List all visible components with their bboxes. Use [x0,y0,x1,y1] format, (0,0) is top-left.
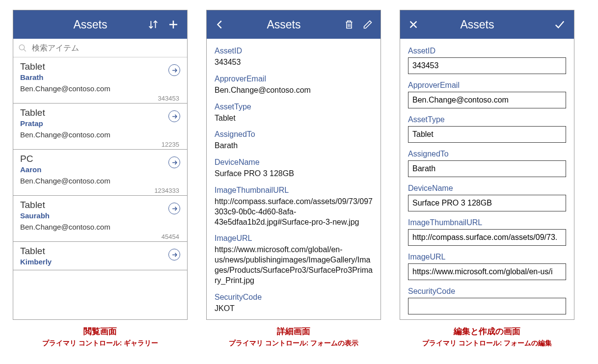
edit-caption: 編集と作成の画面 プライマリ コントロール: フォームの編集 [422,326,552,348]
display-field: AssignedToBarath [215,130,373,151]
field-input[interactable] [408,229,566,246]
field-label: SecurityCode [408,287,566,296]
arrow-right-icon[interactable] [168,156,180,168]
field-label: ImageURL [215,234,373,243]
edit-field: AssetID [408,47,566,74]
display-field: ImageThumbnailURLhttp://compass.surface.… [215,186,373,227]
display-field: DeviceNameSurface PRO 3 128GB [215,158,373,179]
field-label: AssetID [215,47,373,55]
field-label: AssignedTo [408,150,566,158]
display-field: ApproverEmailBen.Change@contoso.com [215,75,373,96]
field-input[interactable] [408,195,566,211]
item-email: Ben.Change@contoso.com [20,223,180,231]
browse-title: Assets [41,18,140,31]
item-assigned: Saurabh [20,211,180,220]
field-label: AssetType [408,115,566,124]
field-label: AssetID [408,47,566,55]
field-input[interactable] [408,57,566,74]
field-input[interactable] [408,92,566,108]
field-input[interactable] [408,160,566,177]
edit-caption-title: 編集と作成の画面 [422,326,552,337]
browse-header: Assets [13,10,187,39]
edit-icon[interactable] [363,20,373,29]
detail-header: Assets [207,10,381,39]
item-email: Ben.Change@contoso.com [20,130,180,139]
field-label: ImageURL [408,253,566,261]
item-email: Ben.Change@contoso.com [20,84,180,93]
item-assigned: Barath [20,73,180,81]
edit-field: SecurityCode [408,287,566,314]
svg-point-0 [19,45,25,50]
item-title: Tablet [20,107,180,118]
detail-screen: Assets AssetID343453ApproverEmailBen.Cha… [206,10,381,320]
edit-screen: Assets AssetIDApproverEmailAssetTypeAssi… [400,10,574,320]
item-assigned: Kimberly [20,258,180,266]
field-label: ImageThumbnailURL [408,218,566,227]
arrow-right-icon[interactable] [168,64,180,76]
field-label: AssignedTo [215,130,373,139]
search-input[interactable] [31,43,182,53]
item-title: PC [20,154,180,164]
edit-title: Assets [428,18,527,31]
search-row[interactable] [13,39,187,57]
edit-field: ImageURL [408,253,566,280]
item-title: Tablet [20,246,180,257]
field-label: ApproverEmail [408,81,566,90]
item-assigned: Pratap [20,119,180,128]
arrow-right-icon[interactable] [168,249,180,260]
field-value: Ben.Change@contoso.com [215,85,373,96]
browse-caption-title: 閲覧画面 [42,326,158,337]
gallery-item[interactable]: PCAaronBen.Change@contoso.com1234333 [13,150,187,196]
field-label: ImageThumbnailURL [215,186,373,195]
field-value: 343453 [215,57,373,68]
item-assigned: Aaron [20,165,180,174]
edit-caption-sub: プライマリ コントロール: フォームの編集 [422,339,552,348]
detail-screen-column: Assets AssetID343453ApproverEmailBen.Cha… [206,10,381,348]
detail-caption: 詳細画面 プライマリ コントロール: フォームの表示 [229,326,358,348]
sort-icon[interactable] [148,19,159,30]
field-input[interactable] [408,298,566,314]
field-value: Tablet [215,113,373,124]
edit-screen-column: Assets AssetIDApproverEmailAssetTypeAssi… [400,10,574,348]
gallery-item[interactable]: TabletPratapBen.Change@contoso.com12235 [13,104,187,150]
display-field: AssetID343453 [215,47,373,68]
gallery[interactable]: TabletBarathBen.Change@contoso.com343453… [13,57,187,319]
gallery-item[interactable]: TabletKimberly [13,242,187,270]
field-label: SecurityCode [215,293,373,302]
arrow-right-icon[interactable] [168,110,180,122]
browse-caption-sub: プライマリ コントロール: ギャラリー [42,339,158,348]
detail-title: Assets [234,18,333,31]
field-value: Surface PRO 3 128GB [215,169,373,179]
cancel-icon[interactable] [408,19,419,30]
item-id: 1234333 [20,187,180,194]
field-value: JKOT [215,304,373,314]
edit-field: AssignedTo [408,150,566,177]
delete-icon[interactable] [344,19,354,30]
browse-caption: 閲覧画面 プライマリ コントロール: ギャラリー [42,326,158,348]
gallery-item[interactable]: TabletSaurabhBen.Change@contoso.com45454 [13,196,187,242]
field-label: DeviceName [408,184,566,193]
edit-field: ImageThumbnailURL [408,218,566,246]
browse-screen-column: Assets [13,10,188,348]
display-field: AssetTypeTablet [215,103,373,124]
back-icon[interactable] [215,19,225,30]
browse-screen: Assets [13,10,188,320]
submit-icon[interactable] [553,19,566,30]
detail-caption-sub: プライマリ コントロール: フォームの表示 [229,339,358,348]
gallery-item[interactable]: TabletBarathBen.Change@contoso.com343453 [13,57,187,104]
display-field: ImageURLhttps://www.microsoft.com/global… [215,234,373,286]
field-input[interactable] [408,126,566,143]
field-value: https://www.microsoft.com/global/en-us/n… [215,245,373,286]
display-field: SecurityCodeJKOT [215,293,373,314]
add-icon[interactable] [167,19,179,30]
item-id: 12235 [20,141,180,148]
item-email: Ben.Change@contoso.com [20,177,180,185]
display-form: AssetID343453ApproverEmailBen.Change@con… [207,39,381,319]
item-title: Tablet [20,200,180,210]
field-input[interactable] [408,263,566,280]
field-label: ApproverEmail [215,75,373,83]
field-label: AssetType [215,103,373,111]
arrow-right-icon[interactable] [168,203,180,214]
edit-field: ApproverEmail [408,81,566,108]
edit-header: Assets [400,10,574,39]
